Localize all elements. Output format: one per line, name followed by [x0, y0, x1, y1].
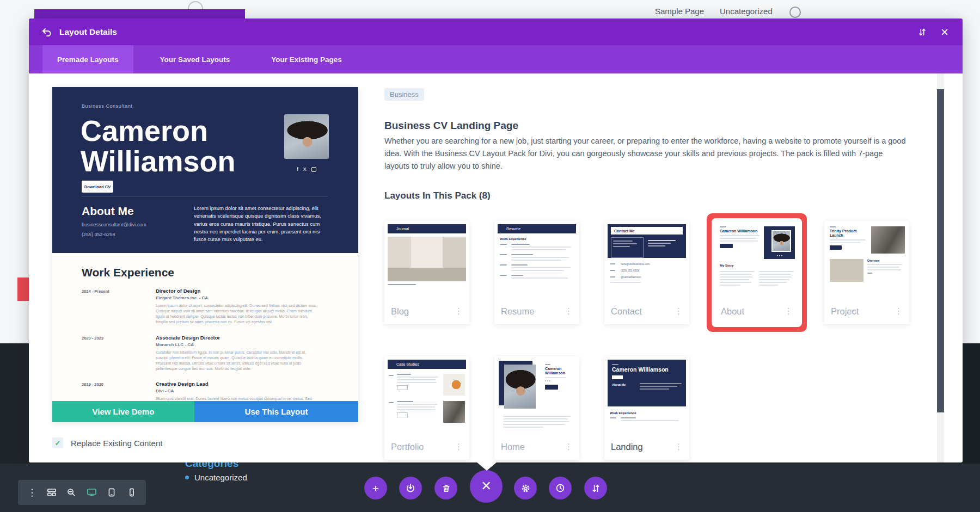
preview-eyebrow: Business Consultant — [82, 103, 132, 109]
preview-name: Cameron Williamson — [81, 115, 236, 176]
card-menu-icon[interactable]: ⋮ — [565, 442, 573, 452]
card-menu-icon[interactable]: ⋮ — [455, 306, 463, 316]
tablet-view-icon[interactable] — [107, 488, 117, 497]
desktop-view-icon[interactable] — [87, 488, 97, 497]
card-menu-icon[interactable]: ⋮ — [895, 306, 903, 316]
bullet-icon — [185, 476, 189, 479]
category-badge[interactable]: Business — [384, 88, 424, 101]
portability-button[interactable] — [399, 477, 422, 499]
facebook-icon: f — [297, 166, 298, 172]
more-options-icon[interactable]: ⋮ — [27, 487, 36, 498]
thumbnail-about: Cameron Williamson My Story — [714, 221, 799, 300]
card-menu-icon[interactable]: ⋮ — [675, 442, 683, 452]
layout-card-project[interactable]: Trinity Product Launch Overview — [824, 221, 909, 324]
card-name: Project — [831, 306, 859, 317]
thumb-photo — [388, 237, 466, 281]
card-menu-icon[interactable]: ⋮ — [565, 306, 573, 316]
close-icon[interactable]: × — [941, 26, 948, 39]
bg-nav-sample-page[interactable]: Sample Page — [655, 7, 704, 16]
modal-pointer-notch — [476, 462, 497, 471]
zoom-out-icon[interactable] — [66, 488, 76, 497]
thumbnail-resume: Resume Work Experience — [494, 221, 579, 300]
tab-your-existing-pages[interactable]: Your Existing Pages — [256, 45, 357, 73]
modal-scrollbar-thumb[interactable] — [937, 89, 944, 412]
layout-card-blog[interactable]: Journal Blog⋮ — [384, 221, 469, 324]
x-icon: X — [303, 166, 307, 172]
card-name: Resume — [501, 306, 534, 317]
thumbnail-landing: Cameron Williamson About Me Work Experie… — [604, 356, 689, 436]
layout-preview: Business Consultant Cameron Williamson f… — [52, 87, 358, 422]
layout-card-home[interactable]: Cameron Williamson Home⋮ — [494, 356, 579, 460]
preview-email: businessconsultant@divi.com — [82, 222, 146, 227]
preview-social-icons: f X — [284, 166, 329, 172]
layouts-in-pack-heading: Layouts In This Pack (8) — [384, 190, 491, 201]
preview-actions: View Live Demo Use This Layout — [52, 401, 358, 422]
divider — [82, 196, 328, 196]
thumbnail-portfolio: Case Studies — [384, 356, 469, 436]
work-experience-heading: Work Experience — [82, 266, 174, 279]
add-module-button[interactable]: + — [364, 477, 387, 499]
bg-nav-uncategorized[interactable]: Uncategorized — [720, 7, 773, 16]
download-cv-button: Download CV — [82, 181, 113, 193]
preview-hero: Business Consultant Cameron Williamson f… — [52, 87, 358, 253]
settings-button[interactable] — [514, 477, 537, 499]
screen: Sample Page Uncategorized Categories Unc… — [0, 0, 980, 512]
vertical-swap-button[interactable] — [584, 477, 607, 499]
replace-content-label: Replace Existing Content — [71, 439, 162, 448]
job-entry: 2024 - Present Director of Design Elegan… — [82, 288, 330, 325]
tab-your-saved-layouts[interactable]: Your Saved Layouts — [145, 45, 245, 73]
card-menu-icon[interactable]: ⋮ — [675, 306, 683, 316]
tab-premade-layouts[interactable]: Premade Layouts — [42, 45, 133, 73]
card-name: Landing — [611, 442, 643, 452]
about-me-heading: About Me — [82, 205, 134, 218]
job-entry: 2020 - 2023 Associate Design Director Mo… — [82, 335, 330, 372]
preview-work-section: Work Experience 2024 - Present Director … — [52, 253, 358, 401]
card-menu-icon[interactable]: ⋮ — [785, 306, 793, 316]
thumbnail-project: Trinity Product Launch Overview — [824, 221, 909, 300]
trash-button[interactable] — [434, 477, 457, 499]
page-footer-right-edge — [963, 343, 980, 464]
card-name: Contact — [611, 306, 642, 317]
thumbnail-blog: Journal — [384, 221, 469, 300]
builder-toolbar: ⋮ — [0, 464, 980, 512]
layout-card-resume[interactable]: Resume Work Experience Resume⋮ — [494, 221, 579, 324]
card-name: About — [721, 306, 744, 317]
back-icon[interactable] — [42, 28, 52, 36]
view-mode-group: ⋮ — [18, 480, 146, 505]
layout-details-modal: Layout Details × Premade Layouts Your Sa… — [29, 18, 963, 462]
background-red-button-fragment — [17, 277, 29, 301]
replace-existing-content-row: ✓ Replace Existing Content — [52, 437, 162, 448]
preview-phone: (255) 352-6258 — [82, 232, 115, 237]
wireframe-view-icon[interactable] — [47, 488, 57, 497]
layout-card-portfolio[interactable]: Case Studies Portfolio⋮ — [384, 356, 469, 460]
modal-header: Layout Details × — [29, 18, 963, 45]
layout-card-landing[interactable]: Cameron Williamson About Me Work Experie… — [604, 356, 689, 460]
card-name: Home — [501, 442, 525, 452]
phone-view-icon[interactable] — [127, 488, 137, 497]
layout-card-about-selected[interactable]: Cameron Williamson My Story — [714, 221, 799, 324]
view-live-demo-button[interactable]: View Live Demo — [52, 401, 194, 422]
card-menu-icon[interactable]: ⋮ — [455, 442, 463, 452]
footer-uncategorized-link[interactable]: Uncategorized — [185, 473, 247, 482]
thumbnail-home: Cameron Williamson — [494, 356, 579, 436]
card-name: Portfolio — [391, 442, 424, 452]
preview-portrait-photo — [284, 114, 329, 159]
sort-icon[interactable] — [918, 28, 927, 36]
modal-title: Layout Details — [59, 27, 117, 37]
preview-about-text: Lorem ipsum dolor sit amet consectetur a… — [194, 205, 329, 243]
card-name: Blog — [391, 306, 409, 317]
pack-description: Whether you are searching for a new job,… — [384, 135, 906, 173]
pack-title: Business CV Landing Page — [384, 120, 518, 132]
history-button[interactable] — [549, 477, 572, 499]
check-icon: ✓ — [55, 439, 61, 447]
modal-tabs: Premade Layouts Your Saved Layouts Your … — [29, 45, 963, 73]
exit-builder-button[interactable]: × — [470, 470, 503, 503]
thumbnail-contact: Contact Me — [604, 221, 689, 300]
search-icon[interactable] — [789, 7, 801, 18]
replace-content-checkbox[interactable]: ✓ — [52, 437, 63, 448]
use-this-layout-button[interactable]: Use This Layout — [194, 401, 358, 422]
layout-card-contact[interactable]: Contact Me — [604, 221, 689, 324]
modal-scrollbar-track[interactable] — [937, 73, 944, 462]
instagram-icon — [311, 167, 316, 172]
